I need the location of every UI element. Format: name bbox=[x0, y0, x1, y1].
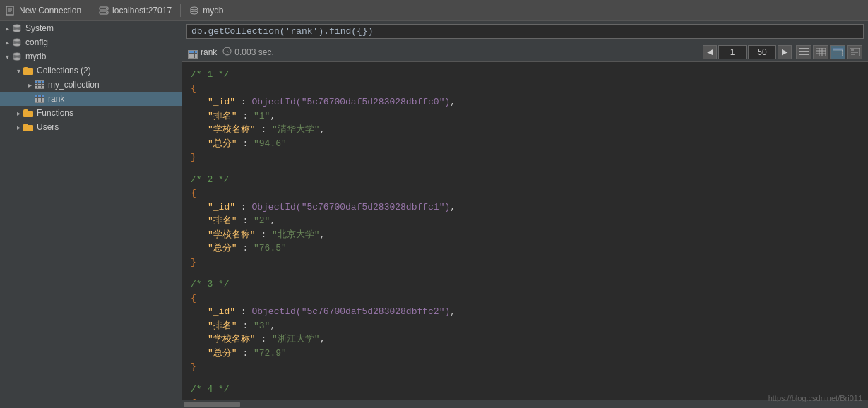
result-time: 0.003 sec. bbox=[222, 47, 273, 58]
my-collection-label: my_collection bbox=[48, 80, 100, 90]
key-school-2: "学校名称" bbox=[208, 229, 256, 240]
table-icon-rank bbox=[34, 93, 45, 104]
val-score-2: "76.5" bbox=[254, 243, 287, 253]
svg-point-7 bbox=[106, 12, 107, 13]
key-school-1: "学校名称" bbox=[208, 124, 256, 135]
db-item[interactable]: mydb bbox=[189, 6, 223, 16]
record-2: /* 2 */ { "_id" : ObjectId("5c76700daf5d… bbox=[191, 173, 860, 270]
config-label: config bbox=[25, 37, 48, 47]
arrow-down-icon bbox=[14, 66, 23, 75]
arrow-right-icon bbox=[25, 80, 34, 89]
scrollbar-thumb bbox=[184, 402, 240, 407]
brace-open-4: { bbox=[191, 397, 196, 400]
sidebar: System config mydb Collections (2) bbox=[0, 21, 182, 408]
svg-rect-15 bbox=[13, 40, 20, 45]
val-id-1: ObjectId("5c76700daf5d283028dbffc0") bbox=[251, 97, 450, 107]
arrow-down-icon bbox=[3, 52, 11, 61]
val-school-1: "清华大学" bbox=[272, 124, 320, 135]
result-bar: rank 0.003 sec. ◀ ▶ bbox=[182, 42, 868, 62]
val-school-3: "浙江大学" bbox=[272, 334, 320, 344]
svg-rect-18 bbox=[13, 54, 20, 59]
brace-close-2: } bbox=[191, 257, 196, 268]
top-bar: New Connection localhost:27017 mydb bbox=[0, 0, 868, 21]
sidebar-item-rank[interactable]: rank bbox=[0, 92, 182, 106]
record-3: /* 3 */ { "_id" : ObjectId("5c76700daf5d… bbox=[191, 277, 860, 374]
result-nav: ◀ ▶ bbox=[703, 45, 862, 59]
record-1: /* 1 */ { "_id" : ObjectId("5c76700daf5d… bbox=[191, 68, 860, 164]
view-json-btn[interactable] bbox=[830, 45, 845, 59]
sidebar-item-my-collection[interactable]: my_collection bbox=[0, 78, 182, 92]
sidebar-item-system[interactable]: System bbox=[0, 21, 182, 35]
table-icon-my-collection bbox=[34, 79, 45, 90]
collection-name: rank bbox=[201, 47, 217, 57]
host-item[interactable]: localhost:27017 bbox=[99, 6, 172, 16]
functions-label: Functions bbox=[37, 108, 73, 118]
val-rank-2: "2" bbox=[254, 215, 270, 226]
key-rank-3: "排名" bbox=[208, 320, 237, 331]
query-bar bbox=[182, 21, 868, 42]
code-area[interactable]: /* 1 */ { "_id" : ObjectId("5c76700daf5d… bbox=[182, 62, 868, 400]
host-label: localhost:27017 bbox=[112, 6, 172, 16]
key-rank-1: "排名" bbox=[208, 111, 237, 121]
mydb-label: mydb bbox=[25, 52, 46, 61]
val-school-2: "北京大学" bbox=[272, 229, 320, 240]
page-size-input[interactable] bbox=[748, 45, 776, 59]
db-icon-system bbox=[11, 23, 23, 34]
val-id-2: ObjectId("5c76700daf5d283028dbffc1") bbox=[251, 202, 450, 212]
sidebar-item-mydb[interactable]: mydb bbox=[0, 49, 182, 64]
view-expand-btn[interactable] bbox=[847, 45, 862, 59]
table-icon-result bbox=[188, 45, 198, 59]
next-page-btn[interactable]: ▶ bbox=[778, 45, 792, 59]
result-collection: rank bbox=[188, 45, 217, 59]
view-table-btn[interactable] bbox=[813, 45, 828, 59]
comment-2: /* 2 */ bbox=[191, 174, 230, 185]
new-connection-item[interactable]: New Connection bbox=[6, 6, 81, 16]
svg-line-21 bbox=[227, 51, 230, 52]
watermark: https://blog.csdn.net/Bri011 bbox=[768, 394, 862, 402]
svg-point-6 bbox=[106, 8, 107, 9]
page-icon bbox=[6, 6, 16, 16]
svg-rect-24 bbox=[799, 54, 809, 55]
rank-label: rank bbox=[48, 94, 64, 104]
sidebar-item-config[interactable]: config bbox=[0, 35, 182, 49]
sidebar-item-collections[interactable]: Collections (2) bbox=[0, 64, 182, 78]
folder-icon-collections bbox=[23, 65, 34, 76]
folder-icon-functions bbox=[23, 107, 34, 119]
view-text-btn[interactable] bbox=[796, 45, 811, 59]
arrow-right-icon bbox=[14, 123, 23, 131]
sidebar-item-users[interactable]: Users bbox=[0, 120, 182, 134]
page-number-input[interactable] bbox=[718, 45, 747, 59]
view-buttons bbox=[796, 45, 862, 59]
sidebar-item-functions[interactable]: Functions bbox=[0, 106, 182, 120]
query-input[interactable] bbox=[186, 24, 864, 39]
val-id-3: ObjectId("5c76700daf5d283028dbffc2") bbox=[251, 306, 450, 317]
db-label: mydb bbox=[203, 6, 223, 16]
svg-rect-0 bbox=[6, 6, 13, 15]
val-rank-1: "1" bbox=[254, 111, 270, 121]
arrow-right-icon bbox=[14, 109, 23, 117]
svg-point-9 bbox=[191, 11, 198, 14]
record-4: /* 4 */ { "_id" : ObjectId("5c76700daf5d… bbox=[191, 383, 860, 400]
key-rank-2: "排名" bbox=[208, 215, 237, 226]
brace-open-2: { bbox=[191, 188, 196, 198]
main-container: System config mydb Collections (2) bbox=[0, 21, 868, 408]
bottom-scrollbar[interactable] bbox=[182, 400, 868, 408]
right-panel: rank 0.003 sec. ◀ ▶ bbox=[182, 21, 868, 408]
key-score-2: "总分" bbox=[208, 243, 237, 253]
svg-rect-12 bbox=[13, 26, 20, 31]
svg-rect-23 bbox=[799, 51, 809, 52]
users-label: Users bbox=[37, 122, 59, 132]
collections-label: Collections (2) bbox=[37, 66, 91, 76]
svg-point-8 bbox=[191, 7, 198, 10]
system-label: System bbox=[25, 23, 54, 33]
clock-icon bbox=[222, 47, 232, 58]
brace-open-3: { bbox=[191, 293, 196, 304]
db-icon bbox=[189, 6, 199, 16]
comment-4: /* 4 */ bbox=[191, 384, 230, 395]
comment-3: /* 3 */ bbox=[191, 279, 230, 289]
server-icon bbox=[99, 6, 109, 16]
prev-page-btn[interactable]: ◀ bbox=[703, 45, 717, 59]
folder-icon-users bbox=[23, 121, 34, 133]
new-connection-label: New Connection bbox=[19, 6, 81, 16]
key-id-1: "_id" bbox=[208, 97, 235, 107]
